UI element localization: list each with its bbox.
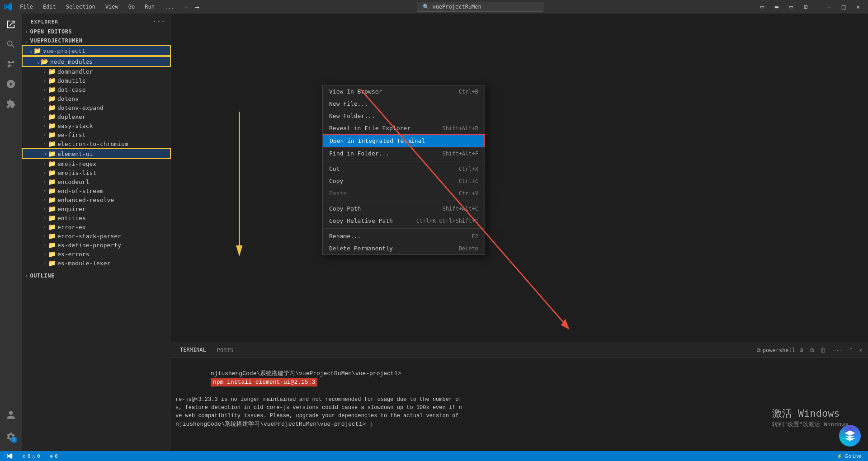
ctx-find-in-folder[interactable]: Find in Folder... Shift+Alt+F bbox=[323, 147, 485, 160]
ctx-cut[interactable]: Cut Ctrl+X bbox=[323, 163, 485, 175]
ctx-copy-relative-path[interactable]: Copy Relative Path Ctrl+K Ctrl+Shift+C bbox=[323, 215, 485, 227]
terminal-tab-terminal[interactable]: TERMINAL bbox=[175, 345, 212, 355]
outline-section[interactable]: › OUTLINE bbox=[22, 271, 171, 280]
terminal-line-2: njiushengCode\系统搭建学习\vueProjectRuMen\vue… bbox=[175, 420, 863, 429]
maximize-panel-icon[interactable]: ^ bbox=[847, 346, 854, 354]
chevron-right-icon: › bbox=[43, 69, 46, 74]
tree-item-error-ex[interactable]: › 📁 error-ex bbox=[22, 222, 171, 231]
close-button[interactable]: ✕ bbox=[852, 2, 864, 11]
ctx-new-file[interactable]: New File... bbox=[323, 98, 485, 110]
folder-icon: 📁 bbox=[48, 122, 56, 129]
chevron-right-icon: › bbox=[44, 151, 47, 156]
more-terminal-actions-icon[interactable]: ··· bbox=[830, 346, 844, 354]
activity-settings[interactable] bbox=[2, 428, 20, 446]
ctx-delete-permanently[interactable]: Delete Permanently Delete bbox=[323, 242, 485, 254]
tree-item-dotenv[interactable]: › 📁 dotenv bbox=[22, 94, 171, 103]
tree-item-es-module-lexer[interactable]: › 📁 es-module-lexer bbox=[22, 259, 171, 268]
ctx-shortcut: Ctrl+X bbox=[459, 166, 478, 172]
tree-label: enhanced-resolve bbox=[57, 197, 114, 203]
ctx-open-in-terminal[interactable]: Open in Integrated Terminal bbox=[323, 134, 485, 147]
tree-item-enhanced-resolve[interactable]: › 📁 enhanced-resolve bbox=[22, 195, 171, 204]
status-errors[interactable]: ⊘ 0 △ 0 bbox=[20, 451, 43, 461]
project-section[interactable]: ⌄ VUEPROJECTRUMEN bbox=[22, 36, 171, 45]
activity-extensions[interactable] bbox=[2, 95, 20, 113]
toggle-sidebar-icon[interactable]: ▭ bbox=[756, 2, 769, 11]
split-terminal-btn-icon[interactable]: ⧉ bbox=[808, 346, 816, 355]
ctx-label: Open in Integrated Terminal bbox=[330, 137, 425, 144]
folder-icon: 📁 bbox=[48, 232, 56, 240]
tree-item-emoji-regex[interactable]: › 📁 emoji-regex bbox=[22, 159, 171, 168]
go-live-button[interactable]: ⚡ Go Live bbox=[834, 451, 864, 461]
tree-item-dotenv-expand[interactable]: › 📁 dotenv-expand bbox=[22, 103, 171, 112]
tree-item-end-of-stream[interactable]: › 📁 end-of-stream bbox=[22, 186, 171, 195]
menu-run[interactable]: Run bbox=[140, 2, 159, 12]
tree-item-enquirer[interactable]: › 📁 enquirer bbox=[22, 204, 171, 213]
menu-file[interactable]: File bbox=[15, 2, 38, 12]
kill-terminal-icon[interactable]: 🗑 bbox=[818, 346, 828, 354]
activity-run-debug[interactable] bbox=[2, 75, 20, 93]
tree-item-domutils[interactable]: › 📁 domutils bbox=[22, 76, 171, 85]
tree-item-electron-to-chromium[interactable]: › 📁 electron-to-chromium bbox=[22, 139, 171, 148]
nav-back-icon[interactable]: ← bbox=[183, 2, 191, 12]
folder-icon: 📁 bbox=[48, 77, 56, 84]
tree-label: easy-stack bbox=[57, 122, 93, 129]
tree-item-node-modules[interactable]: ⌄ 📂 node_modules bbox=[22, 56, 171, 67]
terminal-tabs: TERMINAL PORTS ⧉ powershell ⊞ ⧉ 🗑 ··· ^ … bbox=[171, 343, 868, 358]
folder-icon: 📁 bbox=[48, 241, 56, 249]
tree-item-emojis-list[interactable]: › 📁 emojis-list bbox=[22, 168, 171, 177]
tree-item-duplexer[interactable]: › 📁 duplexer bbox=[22, 112, 171, 121]
ctx-rename[interactable]: Rename... F2 bbox=[323, 230, 485, 242]
menu-more[interactable]: ... bbox=[160, 2, 179, 12]
ctx-copy-path[interactable]: Copy Path Shift+Alt+C bbox=[323, 202, 485, 215]
error-icon: ⊘ bbox=[23, 453, 26, 459]
activity-source-control[interactable] bbox=[2, 55, 20, 73]
status-vscode-icon[interactable] bbox=[4, 451, 15, 461]
ctx-label: New File... bbox=[329, 100, 368, 107]
tree-item-ee-first[interactable]: › 📁 ee-first bbox=[22, 130, 171, 139]
search-text: vueProjectRuMen bbox=[432, 4, 481, 10]
chevron-right-icon: › bbox=[43, 243, 46, 248]
status-ports[interactable]: ⊕ 0 bbox=[47, 451, 61, 461]
tree-item-easy-stack[interactable]: › 📁 easy-stack bbox=[22, 121, 171, 130]
tree-item-element-ui[interactable]: › 📁 element-ui bbox=[22, 148, 171, 159]
open-editors-section[interactable]: › OPEN EDITORS bbox=[22, 27, 171, 36]
terminal-prompt-1: njiushengCode\系统搭建学习\vueProjectRuMen\vue… bbox=[211, 370, 401, 377]
menu-go[interactable]: Go bbox=[124, 2, 139, 12]
folder-icon: 📁 bbox=[48, 150, 56, 157]
ctx-new-folder[interactable]: New Folder... bbox=[323, 110, 485, 122]
menu-selection[interactable]: Selection bbox=[61, 2, 100, 12]
terminal-tab-ports[interactable]: PORTS bbox=[212, 345, 239, 355]
toggle-secondary-sidebar-icon[interactable]: ▭ bbox=[785, 2, 797, 11]
toggle-panel-icon[interactable]: ▬ bbox=[770, 2, 783, 11]
tree-label: emojis-list bbox=[57, 169, 96, 176]
ctx-shortcut: Ctrl+K Ctrl+Shift+C bbox=[416, 218, 478, 224]
tree-item-vue-project1[interactable]: ⌄ 📁 vue-project1 bbox=[22, 45, 171, 56]
minimize-button[interactable]: − bbox=[823, 2, 835, 11]
folder-icon: 📁 bbox=[48, 187, 56, 194]
ctx-reveal-in-explorer[interactable]: Reveal in File Explorer Shift+Alt+R bbox=[323, 122, 485, 134]
activity-account[interactable] bbox=[2, 406, 20, 424]
more-actions-icon[interactable]: ··· bbox=[153, 18, 165, 25]
tree-item-dot-case[interactable]: › 📁 dot-case bbox=[22, 85, 171, 94]
tree-item-domhandler[interactable]: › 📁 domhandler bbox=[22, 67, 171, 76]
ctx-view-in-browser[interactable]: View In Browser Ctrl+B bbox=[323, 85, 485, 98]
ctx-copy[interactable]: Copy Ctrl+C bbox=[323, 175, 485, 187]
context-menu: View In Browser Ctrl+B New File... New F… bbox=[322, 85, 485, 255]
chevron-right-icon: › bbox=[43, 252, 46, 257]
menu-view[interactable]: View bbox=[101, 2, 123, 12]
close-panel-icon[interactable]: × bbox=[857, 346, 864, 354]
maximize-button[interactable]: □ bbox=[837, 2, 850, 11]
activity-bottom bbox=[2, 406, 20, 451]
tree-item-entities[interactable]: › 📁 entities bbox=[22, 213, 171, 222]
new-terminal-icon[interactable]: ⊞ bbox=[798, 346, 805, 354]
tree-item-encodeurl[interactable]: › 📁 encodeurl bbox=[22, 177, 171, 186]
tree-item-es-define-property[interactable]: › 📁 es-define-property bbox=[22, 240, 171, 249]
nav-forward-icon[interactable]: → bbox=[193, 2, 201, 12]
activity-search[interactable] bbox=[2, 35, 20, 53]
activity-explorer[interactable] bbox=[2, 15, 20, 33]
tree-item-es-errors[interactable]: › 📁 es-errors bbox=[22, 249, 171, 259]
customize-layout-icon[interactable]: ⊞ bbox=[799, 2, 812, 11]
global-search-box[interactable]: 🔍 vueProjectRuMen bbox=[417, 2, 543, 12]
menu-edit[interactable]: Edit bbox=[38, 2, 61, 12]
tree-item-error-stack-parser[interactable]: › 📁 error-stack-parser bbox=[22, 231, 171, 240]
